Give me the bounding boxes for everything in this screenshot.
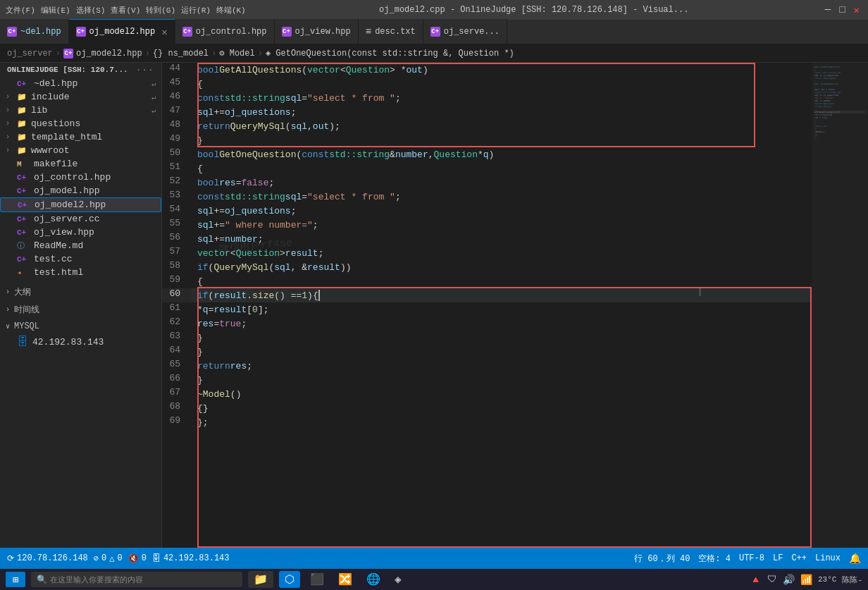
menu-bar[interactable]: 文件(F) 编辑(E) 选择(S) 查看(V) 转到(G) 运行(R) 终端(K… [6, 5, 246, 16]
line-content-49[interactable]: } [192, 133, 812, 147]
sidebar-item-template[interactable]: › 📁 template_html [0, 130, 161, 144]
cpp-icon-test-cc: C+ [17, 255, 28, 264]
tab-desc-txt[interactable]: ≡ desc.txt [359, 19, 423, 44]
tab-oj-view[interactable]: C+ oj_view.hpp [275, 19, 359, 44]
line-content-50[interactable]: bool GetOneQuestion(const std::string &n… [192, 147, 812, 161]
line-content-46[interactable]: const std::string sql = "select * from "… [192, 91, 812, 105]
sidebar-item-oj-model[interactable]: C+ oj_model.hpp [0, 184, 161, 197]
line-content-69[interactable]: }; [192, 415, 812, 429]
menu-view[interactable]: 查看(V) [111, 5, 140, 16]
line-content-44[interactable]: bool GetAllQuestions(vector<Question> *o… [192, 63, 812, 77]
sidebar-label-questions: questions [31, 118, 80, 129]
taskbar-explorer[interactable]: 📁 [248, 571, 273, 588]
menu-select[interactable]: 选择(S) [76, 5, 106, 16]
menu-edit[interactable]: 编辑(E) [41, 5, 70, 16]
folder-icon-template: 📁 [17, 133, 28, 142]
line-content-55[interactable]: sql += " where number="; [192, 218, 812, 232]
window-controls[interactable]: ─ □ ✕ [822, 4, 862, 16]
line-content-52[interactable]: bool res = false; [192, 176, 812, 190]
section-mysql[interactable]: ∨ MYSQL [0, 319, 161, 334]
line-content-48[interactable]: return QueryMySql(sql, out); [192, 119, 812, 133]
sidebar-item-oj-view[interactable]: C+ oj_view.hpp [0, 226, 161, 239]
line-content-53[interactable]: const std::string sql = "select * from "… [192, 190, 812, 204]
line-content-68[interactable]: {} [192, 401, 812, 415]
tab-oj-model2[interactable]: C+ oj_model2.hpp ✕ [69, 19, 175, 44]
sidebar-item-oj-server[interactable]: C+ oj_server.cc [0, 212, 161, 226]
code-line-60: 60 if(result.size() == 1){ [162, 288, 812, 302]
sidebar-item-readme[interactable]: ⓘ ReadMe.md [0, 239, 161, 252]
line-content-45[interactable]: { [192, 77, 812, 91]
sidebar-item-questions[interactable]: › 📁 questions [0, 117, 161, 130]
sidebar-item-test-html[interactable]: ◂ test.html [0, 266, 161, 279]
section-outline[interactable]: › 大纲 [0, 283, 161, 301]
breadcrumb: oj_server › C+ oj_model2.hpp › {} ns_mod… [0, 44, 868, 63]
status-lineending[interactable]: LF [773, 553, 783, 565]
status-ip[interactable]: ⟳ 120.78.126.148 [7, 553, 88, 564]
sidebar-item-makefile[interactable]: M makefile [0, 157, 161, 171]
status-db-host: 42.192.83.143 [163, 553, 230, 563]
status-spaces[interactable]: 空格: 4 [698, 553, 731, 565]
taskbar-app5[interactable]: ◈ [390, 571, 406, 588]
maximize-button[interactable]: □ [836, 4, 848, 16]
sidebar-item-oj-control[interactable]: C+ oj_control.hpp [0, 171, 161, 184]
sidebar: ONLINEJUDGE [SSH: 120.7... ··· C+ ~del.h… [0, 63, 162, 548]
line-content-66[interactable]: } [192, 373, 812, 387]
status-db[interactable]: 🗄 42.192.83.143 [152, 553, 230, 564]
mysql-collapse-icon: ∨ [6, 322, 14, 331]
taskbar-terminal[interactable]: ⬛ [306, 571, 328, 588]
breadcrumb-class: ⚙ Model [219, 48, 254, 59]
line-content-67[interactable]: ~Model() [192, 387, 812, 401]
status-errors[interactable]: ⊘ 0 △ 0 [94, 553, 123, 564]
sidebar-item-lib[interactable]: › 📁 lib ↵ [0, 104, 161, 117]
section-timeline[interactable]: › 时间线 [0, 301, 161, 319]
sidebar-dots[interactable]: ··· [136, 66, 154, 74]
status-sound[interactable]: 🔇 0 [128, 553, 147, 564]
close-button[interactable]: ✕ [851, 4, 862, 16]
sidebar-item-test-cc[interactable]: C+ test.cc [0, 252, 161, 266]
line-content-54[interactable]: sql += oj_questions; [192, 204, 812, 218]
warning-icon: △ [109, 553, 114, 564]
line-content-57[interactable]: vector<Question> result; [192, 246, 812, 260]
tray-icon3: 🔊 [783, 574, 795, 586]
tab-close-model2[interactable]: ✕ [161, 26, 167, 38]
line-content-61[interactable]: *q = result[0]; [192, 302, 812, 316]
line-content-65[interactable]: return res; [192, 359, 812, 373]
line-content-64[interactable]: } [192, 345, 812, 359]
line-content-56[interactable]: sql += number; [192, 232, 812, 246]
taskbar-git[interactable]: 🔀 [334, 571, 356, 588]
tab-oj-control[interactable]: C+ oj_control.hpp [175, 19, 275, 44]
taskbar-browser[interactable]: 🌐 [362, 571, 385, 588]
menu-goto[interactable]: 转到(G) [146, 5, 175, 16]
code-editor[interactable]: 微信用户rf4se | 44 bool GetAllQuestions(vect… [162, 63, 868, 548]
menu-run[interactable]: 运行(R) [181, 5, 211, 16]
status-notification[interactable]: 🔔 [849, 553, 861, 565]
line-content-62[interactable]: res = true; [192, 316, 812, 331]
line-content-60[interactable]: if(result.size() == 1){ [192, 288, 812, 302]
tab-oj-server[interactable]: C+ oj_serve... [423, 19, 507, 44]
status-platform[interactable]: Linux [815, 553, 841, 565]
menu-file[interactable]: 文件(F) [6, 5, 35, 16]
line-content-51[interactable]: { [192, 161, 812, 176]
code-line-65: 65 return res; [162, 359, 812, 373]
line-content-47[interactable]: sql += oj_questions; [192, 105, 812, 119]
line-content-59[interactable]: { [192, 274, 812, 288]
sidebar-label-del: ~del.hpp [34, 78, 78, 89]
sidebar-item-oj-model2[interactable]: C+ oj_model2.hpp [0, 197, 161, 212]
status-position[interactable]: 行 60，列 40 [634, 553, 690, 565]
taskbar-vscode[interactable]: ⬡ [279, 571, 300, 588]
sidebar-item-mysql-host[interactable]: 🗄 42.192.83.143 [0, 334, 161, 350]
menu-terminal[interactable]: 终端(K) [216, 5, 246, 16]
sidebar-item-include[interactable]: › 📁 include ↵ [0, 90, 161, 104]
status-encoding[interactable]: UTF-8 [739, 553, 764, 565]
minimize-button[interactable]: ─ [822, 4, 833, 16]
code-scroll-area[interactable]: 微信用户rf4se | 44 bool GetAllQuestions(vect… [162, 63, 812, 548]
sidebar-item-del-hpp[interactable]: C+ ~del.hpp ↵ [0, 77, 161, 90]
cpp-icon-view: C+ [17, 228, 28, 237]
tab-del-hpp[interactable]: C+ ~del.hpp [0, 19, 69, 44]
start-button[interactable]: ⊞ [6, 572, 25, 587]
taskbar-search[interactable]: 🔍 在这里输入你要搜索的内容 [31, 572, 242, 587]
line-content-63[interactable]: } [192, 331, 812, 345]
status-language[interactable]: C++ [791, 553, 807, 565]
line-content-58[interactable]: if(QueryMySql(sql, &result)) [192, 260, 812, 274]
sidebar-item-wwwroot[interactable]: › 📁 wwwroot [0, 144, 161, 157]
